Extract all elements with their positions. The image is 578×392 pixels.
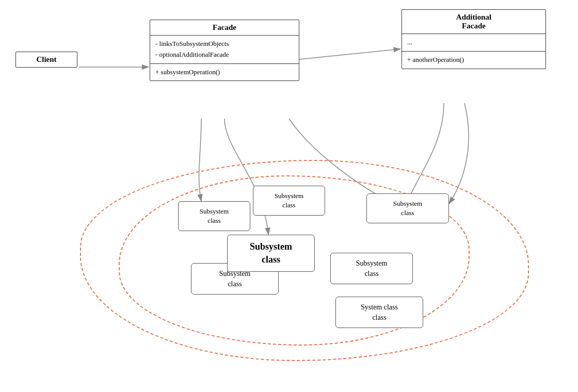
client-box: Client [15,52,77,68]
system-class-class: System classclass [335,297,423,328]
additional-facade-method-1: + anotherOperation() [407,55,540,66]
facade-attr-2: - optionalAdditionalFacade [155,50,294,60]
diagram-container: Client Facade - linksToSubsystemObjects … [0,0,578,392]
facade-title: Facade [150,20,299,36]
subsystem-class-2: Subsystemclass [253,186,325,216]
additional-facade-methods: + anotherOperation() [402,52,545,69]
facade-method-1: + subsystemOperation() [155,67,294,78]
subsystem-class-1: Subsystemclass [178,201,250,231]
facade-attrs: - linksToSubsystemObjects - optionalAddi… [150,36,299,64]
client-title: Client [16,52,77,67]
additional-facade-attrs: ... [402,34,545,52]
facade-methods: + subsystemOperation() [150,64,299,81]
additional-facade-attr-1: ... [407,37,540,48]
subsystem-class-3: Subsystemclass [366,193,449,223]
facade-attr-1: - linksToSubsystemObjects [155,39,294,50]
subsystem-class-6: Subsystemclass [330,253,413,284]
svg-line-2 [299,49,400,59]
subsystem-class-4: Subsystemclass [227,235,315,272]
additional-facade-title: Additional Facade [402,10,545,34]
additional-facade-box: Additional Facade ... + anotherOperation… [402,9,546,69]
facade-box: Facade - linksToSubsystemObjects - optio… [150,20,299,81]
